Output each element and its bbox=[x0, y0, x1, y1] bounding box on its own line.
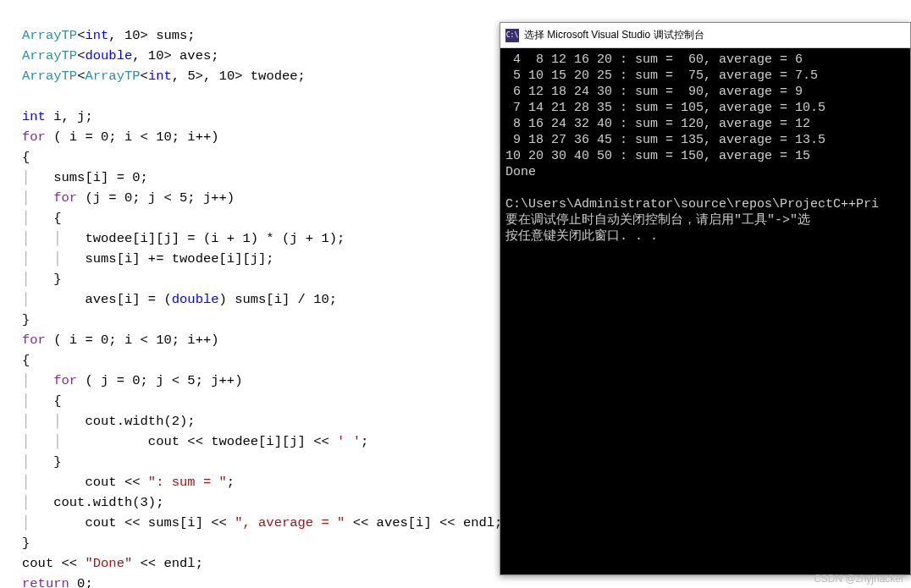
indent-guide: │ │ bbox=[22, 414, 85, 429]
code-line: twodee[i][j] = (i + 1) * (j + 1); bbox=[85, 231, 345, 246]
console-line: 10 20 30 40 50 : sum = 150, average = 15 bbox=[505, 149, 810, 163]
code-line: cout.width(2); bbox=[85, 414, 195, 429]
code-line: } bbox=[53, 454, 61, 470]
indent-guide: │ │ bbox=[22, 231, 85, 246]
code-token: ArrayTP bbox=[22, 69, 77, 84]
code-line: { bbox=[53, 211, 61, 226]
console-line: C:\Users\Administrator\source\repos\Proj… bbox=[505, 197, 879, 212]
code-token: ": sum = " bbox=[148, 475, 227, 490]
code-token: int bbox=[22, 109, 46, 124]
code-token: << endl; bbox=[132, 556, 203, 571]
code-token: ArrayTP bbox=[22, 48, 77, 63]
indent-guide: │ bbox=[22, 170, 53, 185]
code-token: double bbox=[85, 48, 132, 63]
code-token: cout << bbox=[53, 475, 148, 490]
console-line: 按任意键关闭此窗口. . . bbox=[505, 229, 658, 244]
code-token: aves[i] = ( bbox=[53, 292, 172, 307]
code-line: cout.width(3); bbox=[53, 495, 163, 510]
code-line: sums[i] += twodee[i][j]; bbox=[85, 251, 273, 267]
indent-guide: │ │ bbox=[22, 434, 85, 449]
indent-guide: │ bbox=[22, 495, 53, 510]
watermark: CSDN @zhyjhacker bbox=[814, 573, 904, 585]
code-line: } bbox=[53, 272, 61, 287]
code-token: ; bbox=[227, 475, 235, 490]
code-line: { bbox=[22, 353, 30, 368]
code-token: < bbox=[141, 69, 148, 84]
code-token: , 5>, 10> twodee; bbox=[172, 69, 306, 84]
code-token: cout << twodee[i][j] << bbox=[85, 434, 337, 449]
code-line: } bbox=[22, 312, 30, 327]
code-token: << aves[i] << endl; bbox=[345, 515, 502, 530]
code-token: int bbox=[148, 69, 172, 84]
console-output[interactable]: 4 8 12 16 20 : sum = 60, average = 6 5 1… bbox=[500, 48, 910, 248]
console-line: 7 14 21 28 35 : sum = 105, average = 10.… bbox=[505, 101, 825, 115]
console-line: 要在调试停止时自动关闭控制台，请启用"工具"->"选 bbox=[505, 213, 810, 228]
code-token: "Done" bbox=[85, 556, 132, 571]
indent-guide: │ bbox=[22, 454, 53, 470]
code-line: sums[i] = 0; bbox=[53, 170, 148, 185]
console-titlebar[interactable]: C:\ 选择 Microsoft Visual Studio 调试控制台 bbox=[500, 23, 910, 48]
console-line: 8 16 24 32 40 : sum = 120, average = 12 bbox=[505, 117, 810, 131]
code-line: { bbox=[53, 393, 61, 409]
code-token: (j = 0; j < 5; j++) bbox=[77, 190, 235, 206]
code-token: 0; bbox=[69, 576, 93, 588]
code-token: int bbox=[85, 28, 108, 43]
indent-guide: │ │ bbox=[22, 251, 85, 267]
code-token: return bbox=[22, 576, 69, 588]
code-token: double bbox=[172, 292, 219, 307]
code-token: , 10> aves; bbox=[132, 48, 218, 63]
code-token: ) sums[i] / 10; bbox=[219, 292, 338, 307]
indent-guide: │ bbox=[22, 190, 53, 206]
indent-guide: │ bbox=[22, 292, 53, 307]
code-token: for bbox=[22, 332, 46, 348]
console-window[interactable]: C:\ 选择 Microsoft Visual Studio 调试控制台 4 8… bbox=[500, 22, 911, 575]
indent-guide: │ bbox=[22, 393, 53, 409]
console-icon: C:\ bbox=[505, 29, 519, 42]
code-line: { bbox=[22, 150, 30, 165]
code-token: for bbox=[53, 373, 77, 388]
code-token: ; bbox=[361, 434, 368, 449]
code-token: cout << sums[i] << bbox=[53, 515, 235, 530]
console-line: 6 12 18 24 30 : sum = 90, average = 9 bbox=[505, 85, 803, 99]
code-editor[interactable]: ArrayTP<int, 10> sums; ArrayTP<double, 1… bbox=[0, 0, 500, 588]
indent-guide: │ bbox=[22, 373, 53, 388]
code-token: i, j; bbox=[46, 109, 93, 124]
code-token: , 10> sums; bbox=[108, 28, 195, 43]
code-token: ", average = " bbox=[235, 515, 345, 530]
console-line: Done bbox=[505, 165, 536, 179]
indent-guide: │ bbox=[22, 515, 53, 530]
console-title: 选择 Microsoft Visual Studio 调试控制台 bbox=[524, 28, 704, 42]
console-line: 4 8 12 16 20 : sum = 60, average = 6 bbox=[505, 52, 803, 67]
code-token: ( i = 0; i < 10; i++) bbox=[46, 129, 219, 145]
code-token: for bbox=[53, 190, 77, 206]
code-token: ArrayTP bbox=[85, 69, 140, 84]
code-token: ( i = 0; i < 10; i++) bbox=[46, 332, 219, 348]
code-token: for bbox=[22, 129, 46, 145]
code-token: ArrayTP bbox=[22, 28, 77, 43]
code-token: cout << bbox=[22, 556, 85, 571]
console-line: 9 18 27 36 45 : sum = 135, average = 13.… bbox=[505, 133, 825, 147]
console-line: 5 10 15 20 25 : sum = 75, average = 7.5 bbox=[505, 69, 818, 83]
indent-guide: │ bbox=[22, 211, 53, 226]
indent-guide: │ bbox=[22, 272, 53, 287]
code-token: ' ' bbox=[337, 434, 361, 449]
indent-guide: │ bbox=[22, 475, 53, 490]
code-line: } bbox=[22, 536, 30, 551]
code-token: ( j = 0; j < 5; j++) bbox=[77, 373, 242, 388]
